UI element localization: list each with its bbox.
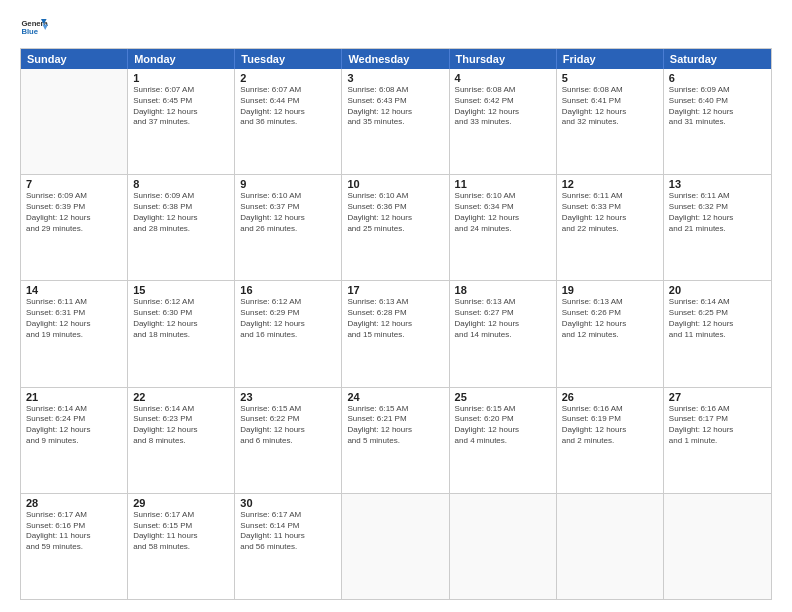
day-info-line: Sunrise: 6:11 AM [562, 191, 658, 202]
calendar-header: SundayMondayTuesdayWednesdayThursdayFrid… [21, 49, 771, 69]
day-number: 9 [240, 178, 336, 190]
day-number: 7 [26, 178, 122, 190]
day-info-line: Sunset: 6:19 PM [562, 414, 658, 425]
day-info-line: Sunset: 6:20 PM [455, 414, 551, 425]
day-info-line: Sunrise: 6:13 AM [347, 297, 443, 308]
day-info-line: Daylight: 12 hours [347, 425, 443, 436]
day-info-line: Sunrise: 6:11 AM [669, 191, 766, 202]
calendar-day-10: 10Sunrise: 6:10 AMSunset: 6:36 PMDayligh… [342, 175, 449, 280]
calendar-day-25: 25Sunrise: 6:15 AMSunset: 6:20 PMDayligh… [450, 388, 557, 493]
calendar-row: 14Sunrise: 6:11 AMSunset: 6:31 PMDayligh… [21, 280, 771, 386]
day-number: 17 [347, 284, 443, 296]
day-info-line: Daylight: 11 hours [240, 531, 336, 542]
day-number: 28 [26, 497, 122, 509]
logo-icon: General Blue [20, 16, 48, 40]
calendar: SundayMondayTuesdayWednesdayThursdayFrid… [20, 48, 772, 600]
day-info-line: and 21 minutes. [669, 224, 766, 235]
day-info-line: Daylight: 12 hours [240, 425, 336, 436]
day-number: 26 [562, 391, 658, 403]
day-number: 13 [669, 178, 766, 190]
day-info-line: Sunset: 6:38 PM [133, 202, 229, 213]
calendar-day-29: 29Sunrise: 6:17 AMSunset: 6:15 PMDayligh… [128, 494, 235, 599]
calendar-day-6: 6Sunrise: 6:09 AMSunset: 6:40 PMDaylight… [664, 69, 771, 174]
day-info-line: and 4 minutes. [455, 436, 551, 447]
day-info-line: and 22 minutes. [562, 224, 658, 235]
day-info-line: Daylight: 12 hours [347, 213, 443, 224]
day-info-line: and 11 minutes. [669, 330, 766, 341]
day-info-line: Sunrise: 6:12 AM [240, 297, 336, 308]
day-info-line: Sunset: 6:41 PM [562, 96, 658, 107]
day-info-line: Sunrise: 6:13 AM [455, 297, 551, 308]
day-info-line: Daylight: 12 hours [133, 425, 229, 436]
day-number: 23 [240, 391, 336, 403]
day-info-line: Sunrise: 6:16 AM [562, 404, 658, 415]
day-info-line: Sunset: 6:21 PM [347, 414, 443, 425]
day-info-line: Daylight: 12 hours [133, 319, 229, 330]
day-info-line: Sunset: 6:22 PM [240, 414, 336, 425]
day-info-line: Sunrise: 6:10 AM [455, 191, 551, 202]
day-number: 8 [133, 178, 229, 190]
day-info-line: and 1 minute. [669, 436, 766, 447]
day-info-line: Sunset: 6:26 PM [562, 308, 658, 319]
day-number: 19 [562, 284, 658, 296]
day-info-line: Sunrise: 6:13 AM [562, 297, 658, 308]
day-info-line: Sunrise: 6:10 AM [347, 191, 443, 202]
calendar-day-14: 14Sunrise: 6:11 AMSunset: 6:31 PMDayligh… [21, 281, 128, 386]
day-number: 29 [133, 497, 229, 509]
day-number: 5 [562, 72, 658, 84]
day-info-line: and 2 minutes. [562, 436, 658, 447]
day-info-line: and 35 minutes. [347, 117, 443, 128]
day-info-line: Sunrise: 6:15 AM [240, 404, 336, 415]
day-info-line: Daylight: 11 hours [26, 531, 122, 542]
calendar-day-19: 19Sunrise: 6:13 AMSunset: 6:26 PMDayligh… [557, 281, 664, 386]
empty-cell [450, 494, 557, 599]
day-number: 30 [240, 497, 336, 509]
day-info-line: and 58 minutes. [133, 542, 229, 553]
day-info-line: Daylight: 12 hours [455, 107, 551, 118]
day-number: 12 [562, 178, 658, 190]
day-info-line: and 6 minutes. [240, 436, 336, 447]
calendar-day-24: 24Sunrise: 6:15 AMSunset: 6:21 PMDayligh… [342, 388, 449, 493]
day-info-line: and 16 minutes. [240, 330, 336, 341]
day-info-line: Sunrise: 6:10 AM [240, 191, 336, 202]
calendar-day-21: 21Sunrise: 6:14 AMSunset: 6:24 PMDayligh… [21, 388, 128, 493]
day-info-line: Daylight: 12 hours [347, 107, 443, 118]
day-info-line: and 15 minutes. [347, 330, 443, 341]
day-info-line: Daylight: 12 hours [455, 213, 551, 224]
day-info-line: Sunrise: 6:17 AM [26, 510, 122, 521]
day-info-line: Daylight: 12 hours [562, 107, 658, 118]
day-info-line: Sunrise: 6:09 AM [669, 85, 766, 96]
weekday-header: Thursday [450, 49, 557, 69]
day-info-line: Sunrise: 6:07 AM [133, 85, 229, 96]
day-info-line: Daylight: 12 hours [26, 425, 122, 436]
day-info-line: Sunset: 6:36 PM [347, 202, 443, 213]
day-info-line: Daylight: 12 hours [669, 319, 766, 330]
calendar-row: 21Sunrise: 6:14 AMSunset: 6:24 PMDayligh… [21, 387, 771, 493]
day-info-line: Daylight: 11 hours [133, 531, 229, 542]
day-info-line: and 14 minutes. [455, 330, 551, 341]
day-info-line: Sunrise: 6:09 AM [26, 191, 122, 202]
day-info-line: Daylight: 12 hours [133, 107, 229, 118]
calendar-day-1: 1Sunrise: 6:07 AMSunset: 6:45 PMDaylight… [128, 69, 235, 174]
calendar-row: 1Sunrise: 6:07 AMSunset: 6:45 PMDaylight… [21, 69, 771, 174]
weekday-header: Saturday [664, 49, 771, 69]
day-info-line: Sunrise: 6:12 AM [133, 297, 229, 308]
weekday-header: Friday [557, 49, 664, 69]
day-info-line: and 9 minutes. [26, 436, 122, 447]
day-info-line: Daylight: 12 hours [26, 213, 122, 224]
empty-cell [21, 69, 128, 174]
empty-cell [664, 494, 771, 599]
day-info-line: Sunrise: 6:14 AM [133, 404, 229, 415]
calendar-day-22: 22Sunrise: 6:14 AMSunset: 6:23 PMDayligh… [128, 388, 235, 493]
empty-cell [342, 494, 449, 599]
day-info-line: Sunrise: 6:14 AM [669, 297, 766, 308]
day-info-line: Daylight: 12 hours [669, 107, 766, 118]
day-info-line: Sunset: 6:40 PM [669, 96, 766, 107]
day-info-line: and 37 minutes. [133, 117, 229, 128]
logo: General Blue [20, 16, 48, 40]
day-number: 18 [455, 284, 551, 296]
calendar-day-7: 7Sunrise: 6:09 AMSunset: 6:39 PMDaylight… [21, 175, 128, 280]
day-number: 2 [240, 72, 336, 84]
weekday-header: Wednesday [342, 49, 449, 69]
calendar-row: 7Sunrise: 6:09 AMSunset: 6:39 PMDaylight… [21, 174, 771, 280]
